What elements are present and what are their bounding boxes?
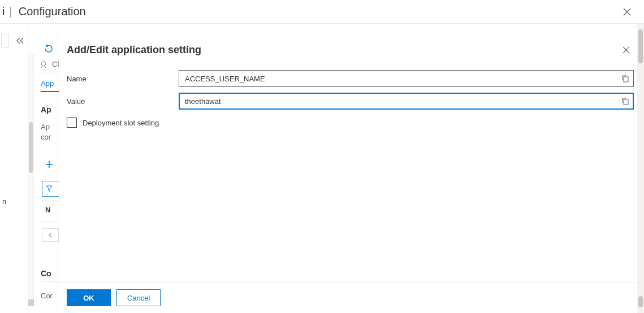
close-icon — [623, 46, 630, 54]
copy-icon — [621, 97, 629, 105]
value-input[interactable] — [179, 93, 634, 110]
chevron-left-icon — [48, 232, 53, 238]
add-edit-setting-panel: Add/Edit application setting Name Value — [59, 32, 642, 313]
refresh-button[interactable] — [40, 40, 58, 58]
underlying-config-panel: Cl App Ap Ap cor N Co Cor — [28, 32, 61, 306]
panel-body: Name Value Deployment slot setting — [59, 61, 642, 282]
ok-button[interactable]: OK — [67, 289, 111, 306]
pager-prev-button[interactable] — [42, 228, 59, 242]
svg-rect-1 — [624, 99, 628, 105]
chevron-double-left-icon — [16, 37, 24, 44]
panel-footer: OK Cancel — [59, 282, 642, 313]
inner-scrollbar[interactable] — [28, 54, 34, 303]
add-setting-button[interactable] — [45, 160, 53, 168]
filter-icon — [46, 185, 53, 192]
value-label: Value — [67, 97, 179, 106]
rocket-icon — [40, 60, 47, 68]
left-gutter: n — [0, 24, 28, 313]
page-scrollbar[interactable] — [637, 24, 644, 313]
side-nav-item-truncated[interactable]: n — [2, 197, 6, 206]
column-header-name[interactable]: N — [45, 206, 50, 214]
close-panel-button[interactable] — [618, 42, 634, 58]
page-title-prefix: i — [2, 5, 5, 18]
close-icon — [623, 8, 631, 16]
deployment-slot-checkbox[interactable] — [67, 118, 77, 128]
scrollbar-bottom-thumb[interactable] — [28, 299, 34, 306]
scrollbar-thumb[interactable] — [29, 122, 33, 173]
panel-title: Add/Edit application setting — [67, 44, 201, 56]
copy-icon — [621, 75, 629, 82]
form-row-name: Name — [67, 70, 634, 87]
collapse-chevron-button[interactable] — [16, 37, 24, 44]
name-input[interactable] — [179, 70, 634, 87]
page-breadcrumb: Configuration — [19, 5, 86, 18]
plus-icon — [45, 160, 53, 168]
name-label: Name — [67, 75, 179, 83]
form-row-value: Value — [67, 93, 634, 110]
breadcrumb-separator: | — [9, 5, 12, 18]
quickstart-label: Cl — [52, 60, 59, 68]
connection-description: Cor — [41, 292, 53, 300]
close-blade-button[interactable] — [618, 3, 636, 21]
page-header: i | Configuration — [0, 0, 644, 24]
svg-rect-0 — [624, 77, 628, 82]
collapsed-panel-handle[interactable] — [1, 34, 9, 47]
scrollbar-thumb-lower[interactable] — [638, 296, 643, 307]
deployment-slot-label: Deployment slot setting — [83, 119, 159, 127]
section-heading-connection: Co — [41, 269, 51, 278]
page-title: i | Configuration — [2, 5, 86, 18]
cancel-button[interactable]: Cancel — [116, 289, 161, 306]
copy-value-button[interactable] — [619, 95, 632, 107]
copy-name-button[interactable] — [619, 72, 632, 85]
panel-header: Add/Edit application setting — [59, 32, 642, 61]
deployment-slot-row: Deployment slot setting — [67, 118, 634, 128]
scrollbar-thumb[interactable] — [638, 29, 643, 63]
refresh-icon — [44, 44, 53, 53]
